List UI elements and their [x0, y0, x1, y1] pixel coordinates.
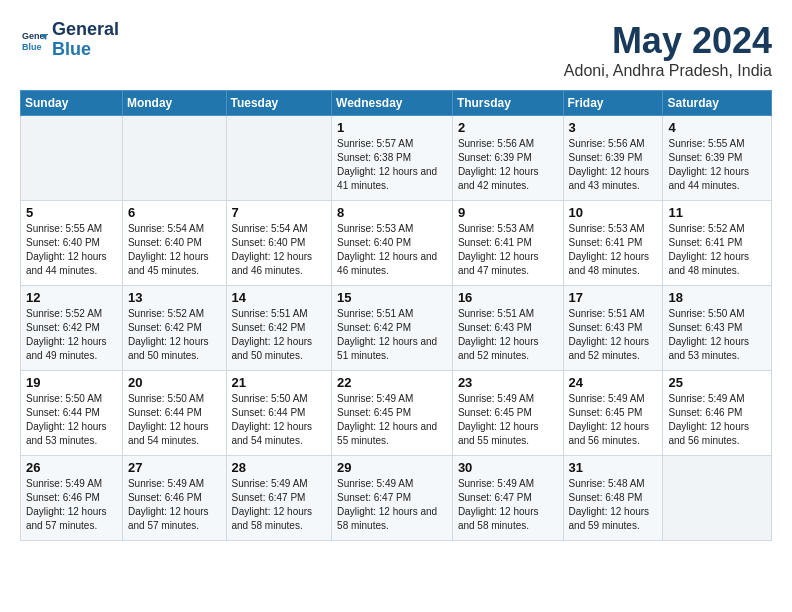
logo-icon: General Blue	[20, 26, 48, 54]
day-cell	[663, 456, 772, 541]
day-number: 30	[458, 460, 558, 475]
day-cell: 20Sunrise: 5:50 AM Sunset: 6:44 PM Dayli…	[122, 371, 226, 456]
day-info: Sunrise: 5:54 AM Sunset: 6:40 PM Dayligh…	[128, 222, 221, 278]
day-cell: 14Sunrise: 5:51 AM Sunset: 6:42 PM Dayli…	[226, 286, 332, 371]
day-number: 23	[458, 375, 558, 390]
calendar-title: May 2024	[564, 20, 772, 62]
day-number: 7	[232, 205, 327, 220]
day-cell: 24Sunrise: 5:49 AM Sunset: 6:45 PM Dayli…	[563, 371, 663, 456]
day-number: 13	[128, 290, 221, 305]
day-number: 29	[337, 460, 447, 475]
day-info: Sunrise: 5:54 AM Sunset: 6:40 PM Dayligh…	[232, 222, 327, 278]
day-cell: 9Sunrise: 5:53 AM Sunset: 6:41 PM Daylig…	[452, 201, 563, 286]
day-info: Sunrise: 5:49 AM Sunset: 6:47 PM Dayligh…	[337, 477, 447, 533]
day-number: 10	[569, 205, 658, 220]
day-info: Sunrise: 5:51 AM Sunset: 6:42 PM Dayligh…	[232, 307, 327, 363]
day-number: 25	[668, 375, 766, 390]
day-info: Sunrise: 5:50 AM Sunset: 6:44 PM Dayligh…	[232, 392, 327, 448]
day-info: Sunrise: 5:56 AM Sunset: 6:39 PM Dayligh…	[569, 137, 658, 193]
day-number: 20	[128, 375, 221, 390]
day-info: Sunrise: 5:52 AM Sunset: 6:42 PM Dayligh…	[26, 307, 117, 363]
logo-text-general: General	[52, 19, 119, 39]
day-number: 11	[668, 205, 766, 220]
day-cell: 31Sunrise: 5:48 AM Sunset: 6:48 PM Dayli…	[563, 456, 663, 541]
column-header-monday: Monday	[122, 91, 226, 116]
day-cell: 10Sunrise: 5:53 AM Sunset: 6:41 PM Dayli…	[563, 201, 663, 286]
day-cell: 12Sunrise: 5:52 AM Sunset: 6:42 PM Dayli…	[21, 286, 123, 371]
day-cell: 27Sunrise: 5:49 AM Sunset: 6:46 PM Dayli…	[122, 456, 226, 541]
day-cell: 22Sunrise: 5:49 AM Sunset: 6:45 PM Dayli…	[332, 371, 453, 456]
day-cell: 30Sunrise: 5:49 AM Sunset: 6:47 PM Dayli…	[452, 456, 563, 541]
day-number: 5	[26, 205, 117, 220]
day-number: 16	[458, 290, 558, 305]
day-number: 8	[337, 205, 447, 220]
day-info: Sunrise: 5:51 AM Sunset: 6:43 PM Dayligh…	[458, 307, 558, 363]
column-header-thursday: Thursday	[452, 91, 563, 116]
column-header-wednesday: Wednesday	[332, 91, 453, 116]
logo: General Blue General Blue	[20, 20, 119, 60]
calendar-body: 1Sunrise: 5:57 AM Sunset: 6:38 PM Daylig…	[21, 116, 772, 541]
week-row-5: 26Sunrise: 5:49 AM Sunset: 6:46 PM Dayli…	[21, 456, 772, 541]
day-cell	[226, 116, 332, 201]
day-cell: 19Sunrise: 5:50 AM Sunset: 6:44 PM Dayli…	[21, 371, 123, 456]
day-number: 19	[26, 375, 117, 390]
day-info: Sunrise: 5:50 AM Sunset: 6:44 PM Dayligh…	[26, 392, 117, 448]
day-cell: 6Sunrise: 5:54 AM Sunset: 6:40 PM Daylig…	[122, 201, 226, 286]
day-number: 17	[569, 290, 658, 305]
column-header-saturday: Saturday	[663, 91, 772, 116]
page-header: General Blue General Blue May 2024 Adoni…	[20, 20, 772, 80]
day-cell: 15Sunrise: 5:51 AM Sunset: 6:42 PM Dayli…	[332, 286, 453, 371]
day-number: 4	[668, 120, 766, 135]
day-info: Sunrise: 5:48 AM Sunset: 6:48 PM Dayligh…	[569, 477, 658, 533]
day-number: 2	[458, 120, 558, 135]
day-info: Sunrise: 5:49 AM Sunset: 6:45 PM Dayligh…	[337, 392, 447, 448]
day-info: Sunrise: 5:57 AM Sunset: 6:38 PM Dayligh…	[337, 137, 447, 193]
week-row-4: 19Sunrise: 5:50 AM Sunset: 6:44 PM Dayli…	[21, 371, 772, 456]
day-number: 9	[458, 205, 558, 220]
day-info: Sunrise: 5:51 AM Sunset: 6:42 PM Dayligh…	[337, 307, 447, 363]
week-row-1: 1Sunrise: 5:57 AM Sunset: 6:38 PM Daylig…	[21, 116, 772, 201]
day-number: 12	[26, 290, 117, 305]
day-cell: 11Sunrise: 5:52 AM Sunset: 6:41 PM Dayli…	[663, 201, 772, 286]
column-header-tuesday: Tuesday	[226, 91, 332, 116]
day-cell: 1Sunrise: 5:57 AM Sunset: 6:38 PM Daylig…	[332, 116, 453, 201]
day-info: Sunrise: 5:49 AM Sunset: 6:45 PM Dayligh…	[569, 392, 658, 448]
day-info: Sunrise: 5:52 AM Sunset: 6:41 PM Dayligh…	[668, 222, 766, 278]
day-info: Sunrise: 5:49 AM Sunset: 6:46 PM Dayligh…	[26, 477, 117, 533]
day-number: 26	[26, 460, 117, 475]
header-row: SundayMondayTuesdayWednesdayThursdayFrid…	[21, 91, 772, 116]
day-cell: 5Sunrise: 5:55 AM Sunset: 6:40 PM Daylig…	[21, 201, 123, 286]
day-cell: 4Sunrise: 5:55 AM Sunset: 6:39 PM Daylig…	[663, 116, 772, 201]
day-info: Sunrise: 5:50 AM Sunset: 6:44 PM Dayligh…	[128, 392, 221, 448]
day-cell: 26Sunrise: 5:49 AM Sunset: 6:46 PM Dayli…	[21, 456, 123, 541]
day-info: Sunrise: 5:50 AM Sunset: 6:43 PM Dayligh…	[668, 307, 766, 363]
day-info: Sunrise: 5:53 AM Sunset: 6:41 PM Dayligh…	[569, 222, 658, 278]
day-info: Sunrise: 5:51 AM Sunset: 6:43 PM Dayligh…	[569, 307, 658, 363]
day-info: Sunrise: 5:49 AM Sunset: 6:47 PM Dayligh…	[458, 477, 558, 533]
day-number: 1	[337, 120, 447, 135]
day-number: 22	[337, 375, 447, 390]
day-cell: 13Sunrise: 5:52 AM Sunset: 6:42 PM Dayli…	[122, 286, 226, 371]
title-block: May 2024 Adoni, Andhra Pradesh, India	[564, 20, 772, 80]
day-info: Sunrise: 5:55 AM Sunset: 6:40 PM Dayligh…	[26, 222, 117, 278]
day-cell: 25Sunrise: 5:49 AM Sunset: 6:46 PM Dayli…	[663, 371, 772, 456]
day-number: 28	[232, 460, 327, 475]
day-number: 14	[232, 290, 327, 305]
day-info: Sunrise: 5:49 AM Sunset: 6:45 PM Dayligh…	[458, 392, 558, 448]
day-cell: 17Sunrise: 5:51 AM Sunset: 6:43 PM Dayli…	[563, 286, 663, 371]
day-number: 6	[128, 205, 221, 220]
day-cell	[21, 116, 123, 201]
day-number: 21	[232, 375, 327, 390]
day-number: 24	[569, 375, 658, 390]
day-info: Sunrise: 5:53 AM Sunset: 6:41 PM Dayligh…	[458, 222, 558, 278]
svg-text:Blue: Blue	[22, 42, 42, 52]
day-info: Sunrise: 5:49 AM Sunset: 6:46 PM Dayligh…	[128, 477, 221, 533]
calendar-subtitle: Adoni, Andhra Pradesh, India	[564, 62, 772, 80]
day-info: Sunrise: 5:55 AM Sunset: 6:39 PM Dayligh…	[668, 137, 766, 193]
day-number: 15	[337, 290, 447, 305]
column-header-sunday: Sunday	[21, 91, 123, 116]
day-info: Sunrise: 5:49 AM Sunset: 6:47 PM Dayligh…	[232, 477, 327, 533]
day-number: 18	[668, 290, 766, 305]
week-row-3: 12Sunrise: 5:52 AM Sunset: 6:42 PM Dayli…	[21, 286, 772, 371]
day-cell: 16Sunrise: 5:51 AM Sunset: 6:43 PM Dayli…	[452, 286, 563, 371]
